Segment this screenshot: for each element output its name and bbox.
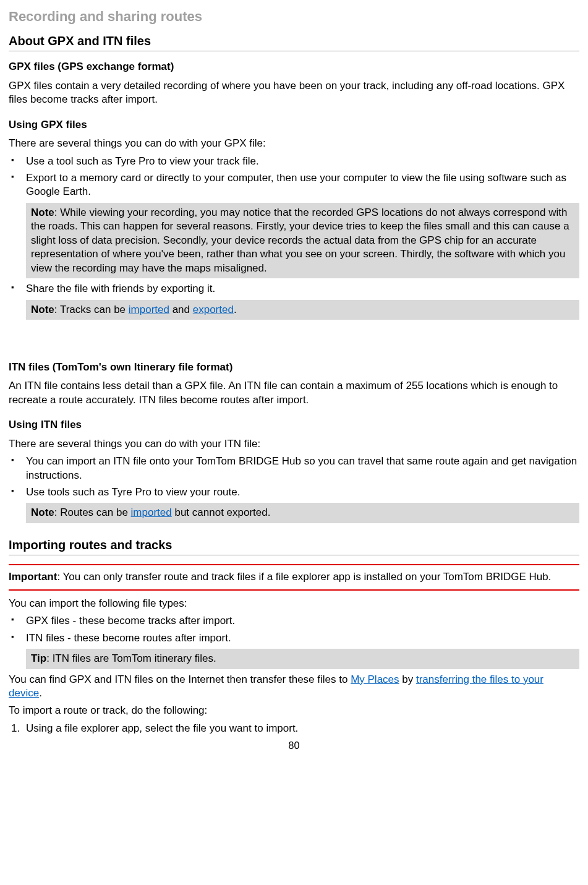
- itn-title: ITN files (TomTom's own Itinerary file f…: [9, 361, 579, 374]
- gpx-bullet-list-2: Share the file with friends by exporting…: [9, 282, 579, 296]
- note-label: Note: [31, 507, 54, 518]
- link-my-places[interactable]: My Places: [351, 673, 399, 685]
- importing-bullet-list: GPX files - these become tracks after im…: [9, 614, 579, 645]
- tip-text: : ITN files are TomTom itinerary files.: [46, 652, 216, 664]
- note-label: Note: [31, 304, 54, 315]
- gpx-title: GPX files (GPS exchange format): [9, 60, 579, 74]
- para-post: .: [39, 687, 42, 699]
- note-text-pre: : Routes can be: [54, 507, 131, 518]
- note-label: Note: [31, 207, 54, 218]
- step-item: 1.Using a file explorer app, select the …: [9, 722, 579, 735]
- note-text-post: but cannot exported.: [172, 507, 271, 518]
- gpx-note-1: Note: While viewing your recording, you …: [26, 203, 579, 278]
- itn-using-title: Using ITN files: [9, 418, 579, 432]
- list-item: Use a tool such as Tyre Pro to view your…: [9, 155, 579, 168]
- important-label: Important: [9, 571, 57, 583]
- subsection-about: About GPX and ITN files: [9, 33, 579, 51]
- gpx-intro: GPX files contain a very detailed record…: [9, 79, 579, 107]
- note-text-pre: : Tracks can be: [54, 304, 129, 315]
- list-item: GPX files - these become tracks after im…: [9, 614, 579, 628]
- step-number: 1.: [11, 722, 20, 735]
- gpx-using-title: Using GPX files: [9, 118, 579, 132]
- importing-steps: 1.Using a file explorer app, select the …: [9, 722, 579, 735]
- para-mid: by: [399, 673, 416, 685]
- tip-label: Tip: [31, 652, 46, 664]
- itn-intro: An ITN file contains less detail than a …: [9, 379, 579, 407]
- itn-bullet-list: You can import an ITN file onto your Tom…: [9, 455, 579, 499]
- note-text: : While viewing your recording, you may …: [31, 207, 569, 274]
- section-title: Recording and sharing routes: [9, 7, 579, 25]
- list-item: You can import an ITN file onto your Tom…: [9, 455, 579, 482]
- link-imported[interactable]: imported: [131, 507, 172, 518]
- step-text: Using a file explorer app, select the fi…: [26, 722, 298, 734]
- gpx-using-intro: There are several things you can do with…: [9, 137, 579, 150]
- page-number: 80: [9, 739, 579, 752]
- important-block: Important: You can only transfer route a…: [9, 564, 579, 590]
- itn-using-intro: There are several things you can do with…: [9, 437, 579, 451]
- list-item: Use tools such as Tyre Pro to view your …: [9, 485, 579, 499]
- list-item: ITN files - these become routes after im…: [9, 631, 579, 645]
- importing-steps-intro: To import a route or track, do the follo…: [9, 704, 579, 717]
- para-pre: You can find GPX and ITN files on the In…: [9, 673, 351, 685]
- list-item: Share the file with friends by exporting…: [9, 282, 579, 296]
- note-text-mid: and: [169, 304, 193, 315]
- itn-note: Note: Routes can be imported but cannot …: [26, 503, 579, 523]
- gpx-note-2: Note: Tracks can be imported and exporte…: [26, 300, 579, 320]
- importing-intro: You can import the following file types:: [9, 597, 579, 610]
- link-exported[interactable]: exported: [193, 304, 234, 315]
- importing-para: You can find GPX and ITN files on the In…: [9, 673, 579, 701]
- gpx-bullet-list: Use a tool such as Tyre Pro to view your…: [9, 155, 579, 199]
- link-imported[interactable]: imported: [129, 304, 169, 315]
- importing-tip: Tip: ITN files are TomTom itinerary file…: [26, 649, 579, 669]
- list-item: Export to a memory card or directly to y…: [9, 171, 579, 199]
- note-text-post: .: [234, 304, 237, 315]
- subsection-importing: Importing routes and tracks: [9, 537, 579, 555]
- important-text: : You can only transfer route and track …: [57, 571, 551, 583]
